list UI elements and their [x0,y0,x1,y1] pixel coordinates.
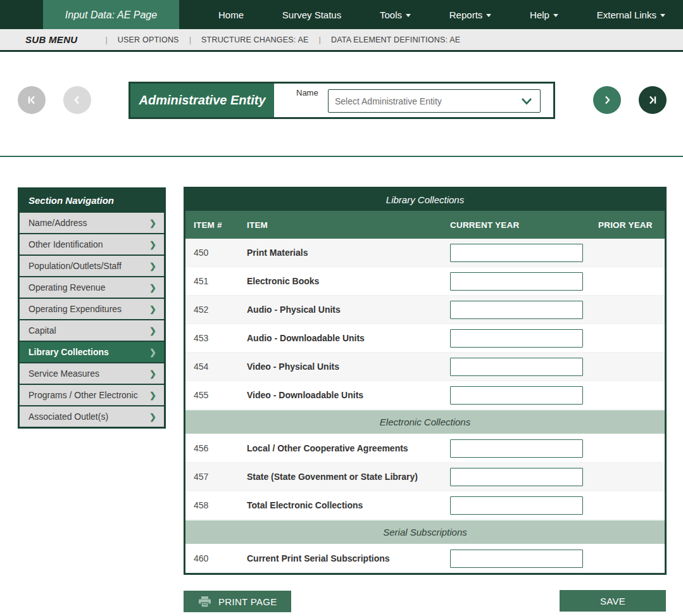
nav-item[interactable]: External Links [597,9,665,20]
submenu-link[interactable]: DATA ELEMENT DEFINITIONS: AE [331,35,460,44]
first-page-icon [25,94,38,106]
item-label: State (State Govenment or State Library) [239,472,442,482]
column-header-prior-year: PRIOR YEAR [590,220,665,230]
submenu-links: |USER OPTIONS|STRUCTURE CHANGES: AE|DATA… [95,35,460,44]
sidebar-item-operating-expenditures[interactable]: Operating Expenditures ❯ [20,298,164,319]
sidebar-item-library-collections[interactable]: Library Collections ❯ [20,341,164,362]
table-row: 455 Video - Downloadable Units [185,381,665,410]
current-year-input[interactable] [450,358,583,376]
previous-page-button[interactable] [63,86,91,114]
item-number: 457 [185,472,239,482]
nav-item[interactable]: Home [218,9,244,20]
sidebar-item-programs-other-electronic[interactable]: Programs / Other Electronic ❯ [20,384,164,405]
current-year-input[interactable] [450,550,583,568]
sidebar-item-associated-outlet-s[interactable]: Associated Outlet(s) ❯ [20,405,164,427]
item-number: 454 [185,361,239,372]
caret-down-icon [406,14,411,17]
next-page-button[interactable] [593,86,621,114]
sidebar-item-label: Capital [28,325,56,336]
chevron-right-icon [601,94,613,106]
tab-input-data-ae-page[interactable]: Input Data: AE Page [43,0,179,30]
sidebar-item-name-address[interactable]: Name/Address ❯ [20,211,164,233]
sidebar-item-population-outlets-staff[interactable]: Population/Outlets/Staff ❯ [20,255,164,276]
sidebar-item-service-measures[interactable]: Service Measures ❯ [20,362,164,384]
item-number: 451 [185,276,239,286]
submenu-separator: | [189,35,191,44]
chevron-right-icon: ❯ [149,326,156,336]
current-year-input[interactable] [450,301,583,319]
item-label: Total Electronic Collections [239,500,442,510]
table-row: 453 Audio - Downloadable Units [185,324,665,353]
current-year-input[interactable] [450,496,583,515]
nav-item[interactable]: Reports [449,9,492,20]
item-label: Audio - Physical Units [239,305,442,315]
current-year-input[interactable] [450,244,583,262]
current-year-input[interactable] [450,386,583,405]
column-header-item-number: ITEM # [185,220,239,230]
sidebar-item-label: Operating Expenditures [28,304,122,314]
item-number: 450 [185,248,239,258]
table-row: 450 Print Materials [185,239,665,267]
table-row: 457 State (State Govenment or State Libr… [185,463,665,491]
current-year-input[interactable] [450,329,583,348]
administrative-entity-select[interactable]: Select Administrative Entity [328,89,541,113]
nav-item[interactable]: Tools [380,9,411,20]
item-number: 456 [185,443,239,453]
current-year-input[interactable] [450,272,583,291]
nav-item[interactable]: Survey Status [282,9,341,20]
chevron-down-icon [521,97,532,105]
sidebar-item-label: Operating Revenue [28,282,105,292]
submenu-title: SUB MENU [25,34,77,45]
last-page-button[interactable] [639,86,667,114]
table-row: 452 Audio - Physical Units [185,296,665,324]
submenu-separator: | [105,35,107,44]
administrative-entity-select-value: Select Administrative Entity [335,96,442,106]
table-section-row: Serial Subscriptions [185,520,665,544]
item-label: Local / Other Cooperative Agreements [239,443,442,453]
nav-item-label: External Links [597,9,656,20]
chevron-right-icon: ❯ [149,240,156,249]
item-label: Electronic Books [239,276,442,286]
sidebar-item-label: Associated Outlet(s) [28,412,108,422]
first-page-button[interactable] [18,86,46,114]
submenu-link[interactable]: STRUCTURE CHANGES: AE [201,35,309,44]
sidebar-item-operating-revenue[interactable]: Operating Revenue ❯ [20,276,164,298]
library-collections-table: Library Collections ITEM # ITEM CURRENT … [184,187,667,575]
save-button[interactable]: SAVE [560,590,666,612]
print-page-label: PRINT PAGE [218,596,277,607]
table-row: 460 Current Print Serial Subscriptions [185,544,665,573]
chevron-left-icon [71,94,84,106]
nav-item[interactable]: Help [530,9,558,20]
item-number: 458 [185,500,239,510]
current-year-input[interactable] [450,468,583,486]
column-header-item: ITEM [239,220,442,230]
nav-item-label: Help [530,9,549,20]
nav-item-label: Home [218,9,244,20]
sidebar-item-label: Name/Address [28,218,87,228]
last-page-icon [646,94,659,106]
section-navigation-items: Name/Address ❯ Other Identification ❯ Po… [20,211,164,427]
chevron-right-icon: ❯ [149,412,156,422]
nav-item-label: Reports [449,9,483,20]
column-header-current-year: CURRENT YEAR [442,220,590,230]
table-row: 454 Video - Physical Units [185,353,665,381]
name-label: Name [296,88,318,97]
current-year-input[interactable] [450,439,583,458]
item-number: 453 [185,333,239,343]
sidebar-item-label: Programs / Other Electronic [28,390,138,400]
administrative-entity-body: Name Select Administrative Entity [274,84,553,117]
print-page-button[interactable]: PRINT PAGE [184,591,291,612]
table-title: Library Collections [185,189,665,211]
sidebar-item-other-identification[interactable]: Other Identification ❯ [20,233,164,255]
chevron-right-icon: ❯ [149,261,156,271]
chevron-right-icon: ❯ [149,218,156,228]
sidebar-item-capital[interactable]: Capital ❯ [20,319,164,341]
item-label: Video - Physical Units [239,361,442,372]
submenu-link[interactable]: USER OPTIONS [118,35,179,44]
printer-icon [199,596,211,607]
item-label: Audio - Downloadable Units [239,333,442,343]
section-navigation-title: Section Navigation [20,189,164,211]
item-number: 452 [185,305,239,315]
item-label: Current Print Serial Subscriptions [239,553,442,563]
sidebar-item-label: Service Measures [28,368,99,379]
